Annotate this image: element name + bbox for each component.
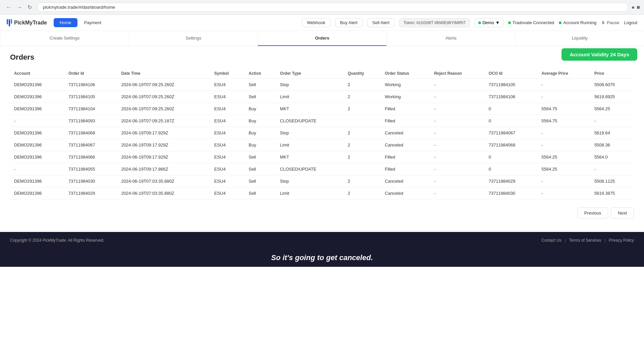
cell-r3-c8: -: [430, 115, 484, 127]
tradovate-status: Tradovate Connected: [508, 20, 554, 25]
cell-r6-c5: MKT: [276, 151, 344, 163]
cell-r5-c11: 5508.36: [590, 139, 634, 151]
cell-r9-c3: ESU4: [210, 187, 245, 199]
table-row: DEMO291396737119840672024-06-19T09:17.92…: [10, 139, 634, 151]
home-button[interactable]: Home: [54, 18, 77, 27]
cell-r5-c0: DEMO291396: [10, 139, 64, 151]
cell-r7-c11: -: [590, 163, 634, 175]
cell-r3-c0: -: [10, 115, 64, 127]
table-row: DEMO291396737119840662024-06-19T09:17.92…: [10, 151, 634, 163]
chevron-down-icon: ▼: [495, 20, 500, 25]
cell-r9-c2: 2024-06-19T07:03:35.880Z: [117, 187, 210, 199]
cell-r6-c8: -: [430, 151, 484, 163]
cell-r0-c1: 73711984106: [64, 79, 117, 91]
cell-r2-c2: 2024-06-19T07:09:25.260Z: [117, 103, 210, 115]
col-order-id: Order Id: [64, 68, 117, 79]
cell-r8-c6: 2: [344, 175, 381, 187]
col-account: Account: [10, 68, 64, 79]
cell-r0-c11: 5508.6075: [590, 79, 634, 91]
demo-status-dot: [478, 21, 481, 24]
cell-r8-c9: 73711984029: [485, 175, 538, 187]
cell-r8-c1: 73711984030: [64, 175, 117, 187]
forward-button[interactable]: →: [15, 3, 24, 11]
tab-alerts[interactable]: Alerts: [386, 31, 515, 46]
privacy-link[interactable]: Privacy Policy: [609, 238, 634, 243]
pause-button[interactable]: ⏸ Pause: [601, 20, 619, 25]
contact-link[interactable]: Contact Us: [541, 238, 561, 243]
table-row: DEMO291396737119841062024-06-19T07:09:25…: [10, 79, 634, 91]
logout-button[interactable]: Logout: [624, 20, 637, 25]
cell-r7-c8: -: [430, 163, 484, 175]
cell-r7-c0: -: [10, 163, 64, 175]
col-action: Action: [245, 68, 276, 79]
main-content: Orders 📅 Jun 12, 2024 - Jun 21, 2024 Acc…: [0, 46, 644, 225]
cell-r0-c9: 73711984105: [485, 79, 538, 91]
cell-r0-c4: Sell: [245, 79, 276, 91]
cell-r2-c4: Buy: [245, 103, 276, 115]
pause-label: Pause: [607, 20, 619, 25]
browser-nav-buttons[interactable]: ← → ↻: [4, 3, 34, 11]
sell-alert-button[interactable]: Sell Alert: [367, 18, 394, 27]
account-running-label: Account Running: [563, 20, 596, 25]
cell-r1-c8: -: [430, 91, 484, 103]
logo: PickMyTrade: [7, 19, 47, 26]
table-row: DEMO291396737119840682024-06-19T09:17.92…: [10, 127, 634, 139]
cell-r0-c8: -: [430, 79, 484, 91]
cell-r2-c3: ESU4: [210, 103, 245, 115]
cell-r4-c2: 2024-06-19T09:17.929Z: [117, 127, 210, 139]
cell-r5-c3: ESU4: [210, 139, 245, 151]
cell-r8-c4: Sell: [245, 175, 276, 187]
cell-r9-c5: Limit: [276, 187, 344, 199]
cell-r5-c2: 2024-06-19T09:17.929Z: [117, 139, 210, 151]
cell-r6-c11: 5564.0: [590, 151, 634, 163]
cell-r7-c6: [344, 163, 381, 175]
orders-title: Orders: [10, 53, 34, 62]
extensions-icon[interactable]: ■: [637, 4, 640, 10]
cell-r6-c0: DEMO291396: [10, 151, 64, 163]
cell-r5-c1: 73711984067: [64, 139, 117, 151]
cell-r3-c5: CLOSED/UPDATE: [276, 115, 344, 127]
cell-r9-c9: 73711984030: [485, 187, 538, 199]
profile-icon[interactable]: ●: [632, 4, 635, 10]
tab-liquidity[interactable]: Liquidity: [515, 31, 644, 46]
validity-banner: Account Validity 24 Days: [561, 48, 637, 61]
footer: Copyright © 2024 PickMyTrade. All Rights…: [0, 232, 644, 249]
back-button[interactable]: ←: [4, 3, 13, 11]
buy-alert-button[interactable]: Buy Alert: [335, 18, 363, 27]
cell-r7-c5: CLOSED/UPDATE: [276, 163, 344, 175]
payment-link[interactable]: Payment: [84, 20, 101, 25]
table-header: Account Order Id Date Time Symbol Action…: [10, 68, 634, 79]
subtitle-text: So it's going to get canceled.: [271, 253, 373, 262]
tab-orders[interactable]: Orders: [258, 31, 386, 46]
cell-r1-c2: 2024-06-19T07:09:25.260Z: [117, 91, 210, 103]
cell-r6-c10: 5564.25: [537, 151, 590, 163]
tradovate-status-dot: [508, 21, 511, 24]
webhook-button[interactable]: Webhook: [302, 18, 330, 27]
demo-dropdown[interactable]: Demo ▼: [475, 18, 503, 27]
terms-link[interactable]: Terms of Services: [569, 238, 601, 243]
tab-alerts-label: Alerts: [445, 36, 457, 41]
refresh-button[interactable]: ↻: [25, 3, 34, 11]
footer-copyright: Copyright © 2024 PickMyTrade. All Rights…: [10, 238, 104, 243]
pagination: Previous Next: [10, 207, 634, 219]
address-bar[interactable]: pickmytrade.trade/#/dashboard/home: [37, 3, 628, 12]
next-button[interactable]: Next: [611, 207, 634, 219]
cell-r3-c6: [344, 115, 381, 127]
col-order-status: Order Status: [381, 68, 430, 79]
tab-create-settings[interactable]: Create Settings: [0, 31, 129, 46]
previous-button[interactable]: Previous: [577, 207, 608, 219]
browser-actions: ● ■: [632, 4, 640, 10]
cell-r3-c1: 73711984093: [64, 115, 117, 127]
cell-r7-c2: 2024-06-19T09:17.866Z: [117, 163, 210, 175]
col-price: Price: [590, 68, 634, 79]
cell-r8-c5: Stop: [276, 175, 344, 187]
col-oco-id: OCO Id: [485, 68, 538, 79]
cell-r4-c9: 73711984067: [485, 127, 538, 139]
cell-r9-c6: 2: [344, 187, 381, 199]
cell-r6-c9: 0: [485, 151, 538, 163]
footer-links: Contact Us | Terms of Services | Privacy…: [541, 238, 634, 243]
cell-r9-c0: DEMO291396: [10, 187, 64, 199]
account-running-dot: [559, 21, 561, 24]
cell-r4-c5: Stop: [276, 127, 344, 139]
tab-settings[interactable]: Settings: [129, 31, 258, 46]
